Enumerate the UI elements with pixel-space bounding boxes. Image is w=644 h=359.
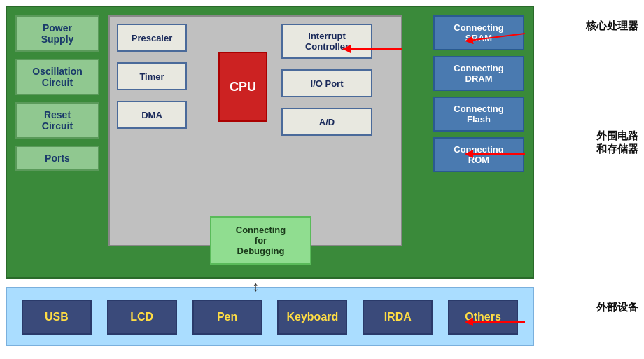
bottom-row: USB LCD Pen Keyboard IRDA Others	[6, 287, 534, 346]
keyboard-box: Keyboard	[277, 300, 347, 335]
power-supply-box: PowerSupply	[15, 15, 99, 52]
irda-box: IRDA	[363, 300, 433, 335]
io-port-box: I/O Port	[281, 69, 372, 97]
arrow-peripheral-to-dram	[462, 140, 532, 168]
vertical-arrow: ↕	[252, 279, 259, 295]
lcd-box: LCD	[107, 300, 177, 335]
left-column: PowerSupply OscillationCircuit ResetCirc…	[15, 15, 99, 171]
connecting-flash-box: ConnectingFlash	[433, 97, 524, 132]
main-board: PowerSupply OscillationCircuit ResetCirc…	[6, 6, 534, 279]
connecting-dram-box: ConnectingDRAM	[433, 56, 524, 91]
core-processor-label: 核心处理器	[586, 20, 638, 33]
svg-line-1	[469, 34, 525, 41]
arrow-cpu-to-sram-inner	[332, 38, 416, 59]
debug-box: ConnectingforDebugging	[210, 216, 312, 265]
dma-box: DMA	[117, 101, 187, 129]
arrow-external-to-others	[462, 311, 532, 332]
ports-box: Ports	[15, 146, 99, 171]
prescaler-box: Prescaler	[117, 24, 187, 52]
reset-circuit-box: ResetCircuit	[15, 102, 99, 139]
oscillation-circuit-box: OscillationCircuit	[15, 59, 99, 95]
usb-box: USB	[22, 300, 92, 335]
timer-box: Timer	[117, 62, 187, 90]
ad-box: A/D	[281, 108, 372, 136]
pen-box: Pen	[192, 300, 262, 335]
cpu-box: CPU	[218, 52, 267, 122]
peripheral-label: 外围电路和存储器	[596, 129, 638, 156]
external-label: 外部设备	[596, 301, 638, 314]
arrow-core-to-sram	[462, 20, 532, 48]
